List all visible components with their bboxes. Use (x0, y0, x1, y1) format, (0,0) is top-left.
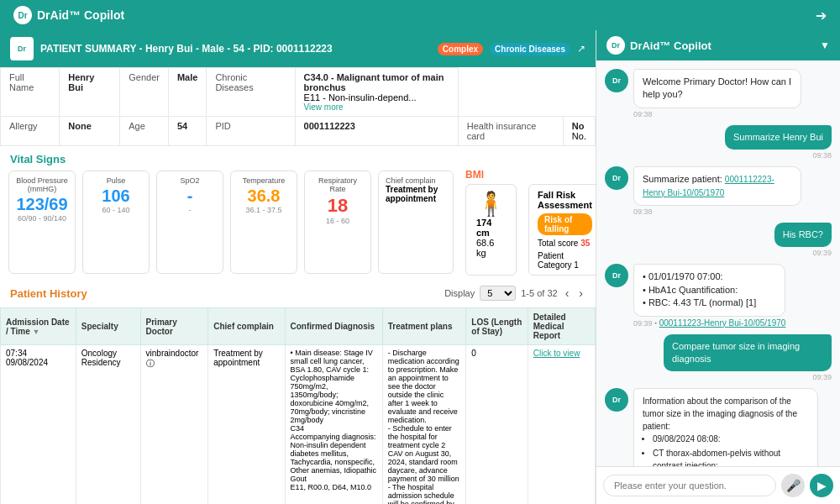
risk-badge: Risk of falling (538, 213, 592, 235)
tumor-list: 09/08/2024 08:08: CT thorax-abdomen-pelv… (643, 433, 809, 466)
brand-name: DrAid™ Copilot (37, 8, 124, 22)
chat-input-area: 🎤 ▶ (596, 466, 840, 504)
patient-logo: Dr (10, 37, 34, 60)
chat-title: Dr DrAid™ Copilot (606, 36, 711, 55)
chat-messages: Dr Welcome Primary Doctor! How can I hel… (596, 60, 840, 466)
vital-temperature: Temperature 36.8 36.1 - 37.5 (230, 171, 297, 274)
patient-category-row: Patient Category 1 (538, 251, 592, 270)
bmi-height: 174 cm (476, 218, 506, 238)
pid-label: PID (207, 117, 295, 146)
vital-signs-title: Vital Signs (0, 146, 596, 169)
chronic-value-1: C34.0 - Malignant tumor of main bronchus (304, 72, 449, 92)
col-specialty: Specialty (76, 308, 140, 345)
gender-value: Male (168, 68, 206, 117)
cell-doctor: vinbraindoctor ⓘ (140, 345, 208, 505)
pulse-range: 60 - 140 (90, 206, 142, 214)
msg-tumor-column: Information about the comparison of the … (633, 388, 818, 466)
msg-welcome-bubble: Welcome Primary Doctor! How can I help y… (633, 69, 801, 108)
bot-avatar: Dr (605, 69, 628, 92)
rbc-hba1c: • HbA1c Quantification: (643, 284, 776, 297)
chief-complaint-value: Treatment by appointment (386, 185, 446, 203)
rbc-value: • RBC: 4.43 T/L (normal) [1] (643, 297, 776, 309)
prev-page-button[interactable]: ‹ (563, 286, 572, 300)
msg-rbc: His RBC? 09:39 (605, 223, 832, 257)
msg-rbc-time: 09:39 (774, 249, 832, 257)
resp-range: 16 - 60 (312, 217, 364, 225)
msg-rbc-column: His RBC? 09:39 (774, 223, 832, 257)
msg-link-response: Dr Summarize patient: 0001112223-Henry B… (605, 166, 832, 216)
cell-los: 0 (466, 345, 528, 505)
history-controls: Display 5 10 20 1-5 of 32 ‹ › (444, 286, 585, 301)
table-row: 07:3409/08/2024 Oncology Residency vinbr… (1, 345, 596, 505)
next-page-button[interactable]: › (576, 286, 585, 300)
cell-report[interactable]: Click to view (528, 345, 595, 505)
send-button[interactable]: ▶ (810, 474, 833, 497)
msg-link-time: 09:38 (633, 207, 801, 216)
age-label: Age (120, 117, 169, 146)
chronic-badge: Chronic Diseases (490, 43, 570, 55)
chat-logo-icon: Dr (606, 36, 625, 55)
msg-rbc-detail-bubble: • 01/01/1970 07:00: • HbA1c Quantificati… (633, 264, 785, 316)
chief-complaint-card: Chief complain Treatment by appointment (378, 171, 454, 274)
vital-blood-pressure: Blood Pressure (mmHG) 123/69 60/90 - 90/… (8, 171, 76, 274)
vital-pulse: Pulse 106 60 - 140 (82, 171, 150, 274)
msg-tumor-response: Dr Information about the comparison of t… (605, 388, 832, 466)
spo2-value: - (164, 186, 216, 206)
msg-rbc-response: Dr • 01/01/1970 07:00: • HbA1c Quantific… (605, 264, 832, 327)
patient-category-value: 1 (574, 260, 579, 270)
tumor-intro: Information about the comparison of the … (643, 395, 809, 433)
msg-link-bubble: Summarize patient: 0001112223-Henry Bui-… (633, 166, 801, 206)
bot-avatar-4: Dr (605, 388, 628, 412)
patient-category-label: Patient Category (538, 251, 572, 270)
resp-label: Respiratory Rate (312, 176, 364, 193)
chat-collapse-icon[interactable]: ▼ (820, 39, 830, 51)
chat-input[interactable] (603, 475, 776, 496)
msg-rbc-bubble: His RBC? (774, 223, 832, 247)
rbc-date: • 01/01/1970 07:00: (643, 270, 776, 283)
col-doctor: Primary Doctor (140, 308, 208, 345)
fall-risk-title: Fall Risk Assessment (538, 190, 592, 210)
external-link-icon[interactable]: ↗ (577, 43, 585, 55)
pid-value: 0001112223 (295, 117, 458, 146)
rbc-link[interactable]: 000111223-Henry Bui-10/05/1970 (659, 318, 786, 328)
msg-compare-bubble: Compare tumor size in imaging diagnosis (664, 334, 832, 372)
pulse-value: 106 (90, 186, 142, 206)
msg-link-column: Summarize patient: 0001112223-Henry Bui-… (633, 166, 801, 216)
msg-rbc-response-time: 09:39 • 000111223-Henry Bui-10/05/1970 (633, 318, 785, 328)
bp-range: 60/90 - 90/140 (16, 214, 68, 223)
chronic-value-2: E11 - Non-insulin-depend... (304, 92, 449, 102)
navigate-icon[interactable]: ➔ (816, 8, 827, 24)
bp-label: Blood Pressure (mmHG) (16, 176, 68, 193)
display-select[interactable]: 5 10 20 (480, 286, 516, 301)
main-layout: Dr PATIENT SUMMARY - Henry Bui - Male - … (0, 30, 840, 504)
total-score-row: Total score 35 (538, 239, 592, 248)
left-panel: Dr PATIENT SUMMARY - Henry Bui - Male - … (0, 30, 596, 504)
msg-compare: Compare tumor size in imaging diagnosis … (605, 334, 832, 382)
spo2-range: - (164, 206, 216, 214)
tumor-date: 09/08/2024 08:08: (653, 433, 809, 445)
cell-diagnosis: • Main disease: Stage IV small cell lung… (285, 345, 382, 505)
brand-logo: Dr DrAid™ Copilot (13, 6, 124, 24)
display-label: Display (444, 288, 475, 298)
msg-summarize-column: Summarize Henry Bui 09:38 (725, 125, 832, 160)
vital-respiratory: Respiratory Rate 18 16 - 60 (304, 171, 371, 274)
pulse-label: Pulse (90, 176, 142, 185)
chat-header: Dr DrAid™ Copilot ▼ (596, 30, 840, 60)
view-more-link[interactable]: View more (304, 102, 449, 112)
temp-label: Temperature (238, 176, 290, 185)
full-name-label: Full Name (1, 68, 60, 117)
complex-badge: Complex (438, 43, 483, 55)
bmi-title: BMI (465, 169, 596, 181)
msg-summarize-time: 09:38 (725, 151, 832, 160)
temp-value: 36.8 (238, 186, 290, 206)
resp-value: 18 (312, 195, 364, 217)
allergy-value: None (60, 117, 120, 146)
patient-history-title: Patient History (10, 287, 87, 300)
mic-button[interactable]: 🎤 (781, 474, 805, 497)
col-complaint: Chief complain (208, 308, 285, 345)
bp-value: 123/69 (16, 195, 68, 214)
col-report: Detailed Medical Report (528, 308, 595, 345)
tumor-ct: CT thorax-abdomen-pelvis without contras… (653, 447, 809, 466)
col-los: LOS (Length of Stay) (466, 308, 528, 345)
total-score-value: 35 (580, 239, 590, 248)
